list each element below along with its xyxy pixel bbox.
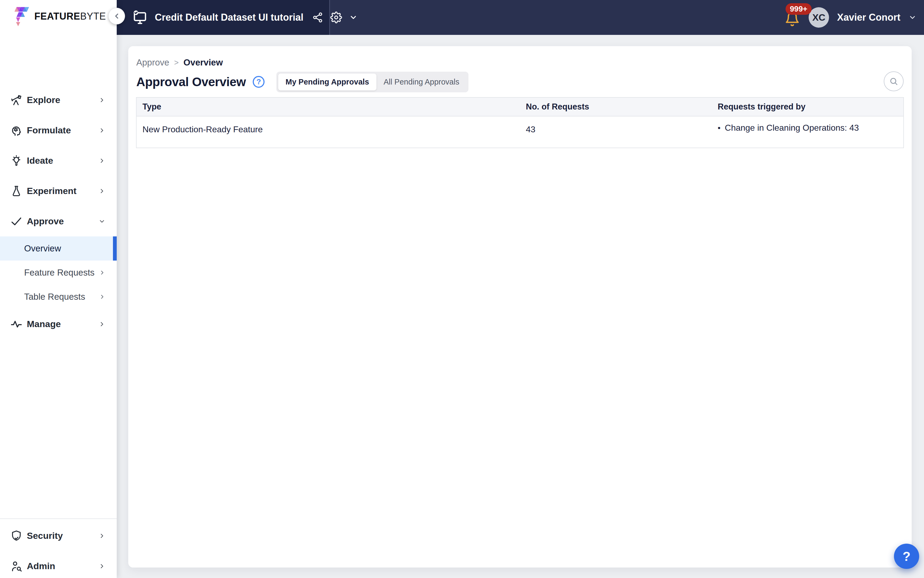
sidebar-subitem-label: Overview xyxy=(24,244,61,253)
sidebar-nav: Explore Formulate Ideate xyxy=(0,85,117,339)
sidebar-item-ideate[interactable]: Ideate xyxy=(0,145,117,176)
sidebar-item-explore[interactable]: Explore xyxy=(0,85,117,115)
sidebar-item-manage[interactable]: Manage xyxy=(0,309,117,339)
breadcrumb-overview: Overview xyxy=(183,57,223,68)
sidebar-item-label: Security xyxy=(27,531,63,541)
chevron-right-icon xyxy=(99,157,105,164)
sidebar-item-formulate[interactable]: Formulate xyxy=(0,115,117,145)
user-menu-chevron-icon[interactable] xyxy=(908,13,916,21)
sidebar-item-label: Formulate xyxy=(27,125,71,135)
sidebar-item-label: Approve xyxy=(27,216,64,226)
sidebar-item-label: Manage xyxy=(27,319,61,329)
chevron-right-icon xyxy=(99,563,105,570)
chevron-right-icon xyxy=(99,533,105,539)
sidebar: FEATUREBYTE Explore Formulate xyxy=(0,0,117,578)
check-icon xyxy=(10,215,23,227)
bullet-icon xyxy=(718,123,721,133)
trigger-item: Change in Cleaning Operations: 43 xyxy=(718,123,903,133)
sidebar-item-experiment[interactable]: Experiment xyxy=(0,176,117,206)
column-header-no-of-requests: No. of Requests xyxy=(520,97,712,116)
brand-name: FEATUREBYTE xyxy=(34,11,106,22)
content-card: Approve > Overview Approval Overview ? M… xyxy=(128,46,912,568)
breadcrumb-separator: > xyxy=(174,58,179,67)
sidebar-item-label: Ideate xyxy=(27,155,53,166)
chevron-down-icon[interactable] xyxy=(349,13,358,22)
sidebar-item-label: Experiment xyxy=(27,186,76,196)
notifications-badge: 999+ xyxy=(786,3,812,15)
table-row[interactable]: New Production-Ready Feature 43 Change i… xyxy=(136,116,904,148)
avatar[interactable]: XC xyxy=(809,7,829,28)
sidebar-item-security[interactable]: Security xyxy=(0,521,117,551)
sidebar-item-label: Explore xyxy=(27,95,60,105)
page-title: Approval Overview xyxy=(136,75,246,89)
help-fab[interactable]: ? xyxy=(894,544,919,569)
workspace-tab[interactable]: Credit Default Dataset UI tutorial xyxy=(117,0,330,35)
search-button[interactable] xyxy=(884,71,904,91)
chevron-left-icon xyxy=(113,12,121,20)
cell-triggers: Change in Cleaning Operations: 43 xyxy=(712,116,904,148)
cell-type: New Production-Ready Feature xyxy=(136,116,520,148)
chevron-right-icon xyxy=(99,97,105,104)
title-help-icon[interactable]: ? xyxy=(253,76,264,88)
chevron-right-icon xyxy=(99,321,105,328)
sidebar-footer: Security Admin xyxy=(0,518,117,578)
main-area: Approve > Overview Approval Overview ? M… xyxy=(117,35,924,578)
chevron-down-icon xyxy=(99,218,105,225)
flask-icon xyxy=(10,185,23,197)
head-gear-icon xyxy=(10,124,23,136)
sidebar-subitem-feature-requests[interactable]: Feature Requests xyxy=(0,261,117,285)
sidebar-collapse-button[interactable] xyxy=(109,8,125,24)
brand-bold: FEATURE xyxy=(34,11,80,22)
column-header-type: Type xyxy=(136,97,520,116)
title-row: Approval Overview ? My Pending Approvals… xyxy=(136,72,468,92)
column-header-requests-triggered-by: Requests triggered by xyxy=(712,97,904,116)
chevron-right-icon xyxy=(99,294,105,300)
sidebar-subitem-label: Feature Requests xyxy=(24,268,94,278)
search-icon xyxy=(888,76,899,86)
telescope-icon xyxy=(10,94,23,106)
monitor-check-icon xyxy=(132,10,148,26)
chevron-right-icon xyxy=(99,270,105,276)
sidebar-item-label: Admin xyxy=(27,561,55,571)
chevron-right-icon xyxy=(99,127,105,134)
user-name[interactable]: Xavier Conort xyxy=(837,12,900,23)
approvals-tab-group: My Pending Approvals All Pending Approva… xyxy=(276,71,468,92)
workspace-title: Credit Default Dataset UI tutorial xyxy=(155,12,303,23)
table-header-row: Type No. of Requests Requests triggered … xyxy=(136,97,904,116)
avatar-initials: XC xyxy=(812,12,825,23)
brand-light: BYTE xyxy=(80,11,106,22)
tab-all-pending-approvals[interactable]: All Pending Approvals xyxy=(376,73,467,91)
sidebar-subitem-label: Table Requests xyxy=(24,292,85,302)
featurebyte-logo[interactable]: FEATUREBYTE xyxy=(14,6,106,26)
chevron-right-icon xyxy=(99,188,105,195)
gear-icon[interactable] xyxy=(330,11,342,23)
sidebar-item-approve[interactable]: Approve xyxy=(0,206,117,236)
activity-icon xyxy=(10,318,23,330)
sidebar-subitem-overview[interactable]: Overview xyxy=(0,236,117,261)
sidebar-subitem-table-requests[interactable]: Table Requests xyxy=(0,285,117,309)
breadcrumb-approve[interactable]: Approve xyxy=(136,57,169,68)
share-icon[interactable] xyxy=(312,12,323,23)
notifications-button[interactable]: 999+ xyxy=(785,11,801,28)
shield-check-icon xyxy=(10,530,23,542)
approvals-table: Type No. of Requests Requests triggered … xyxy=(136,97,904,148)
cell-count: 43 xyxy=(520,116,712,148)
sidebar-item-admin[interactable]: Admin xyxy=(0,551,117,578)
breadcrumb: Approve > Overview xyxy=(136,57,223,68)
featurebyte-logo-icon xyxy=(14,6,31,26)
topbar: Credit Default Dataset UI tutorial 999+ … xyxy=(117,0,924,35)
user-search-icon xyxy=(10,560,23,572)
tab-my-pending-approvals[interactable]: My Pending Approvals xyxy=(278,73,376,91)
trigger-text: Change in Cleaning Operations: 43 xyxy=(725,123,859,133)
topbar-right: 999+ XC Xavier Conort xyxy=(785,6,924,28)
lightbulb-icon xyxy=(10,154,23,167)
